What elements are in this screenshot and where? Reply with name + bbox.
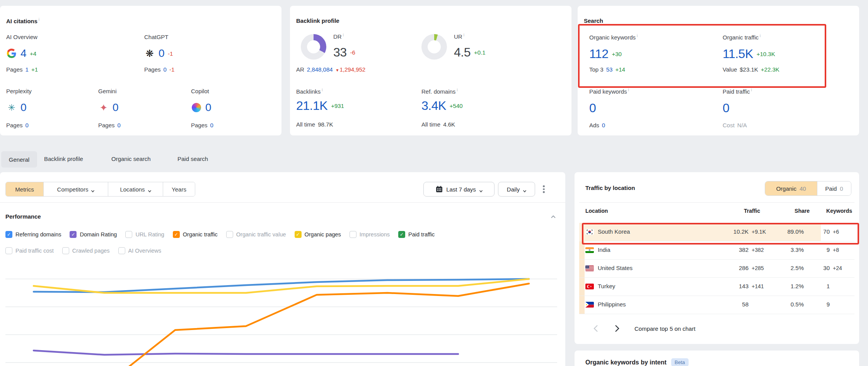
granularity-button[interactable]: Daily: [498, 182, 535, 197]
info-icon[interactable]: i: [760, 34, 761, 38]
ur-delta: +0.1: [474, 49, 486, 56]
chart-controls-group: MetricsCompetitorsLocationsYears: [5, 182, 195, 197]
checkbox-label: Referring domains: [15, 231, 61, 238]
ai-citations-value[interactable]: 0: [113, 101, 118, 114]
location-row-united-states: United States286+2852.5%30+24: [575, 259, 859, 277]
keywords-value[interactable]: 9: [799, 301, 830, 308]
info-icon[interactable]: i: [628, 88, 629, 92]
checkbox-organic-traffic-value[interactable]: Organic traffic value: [226, 231, 286, 238]
checkbox-box: [226, 231, 233, 238]
openai-icon: ❋: [144, 49, 155, 58]
keywords-value[interactable]: 70: [799, 228, 830, 235]
checkbox-url-rating[interactable]: URL Rating: [125, 231, 164, 238]
tab-organic-search[interactable]: Organic search: [111, 156, 151, 162]
pages-value[interactable]: 0: [118, 122, 121, 128]
checkbox-box: ✓: [173, 231, 180, 238]
info-icon[interactable]: i: [637, 34, 638, 38]
checkbox-organic-pages[interactable]: ✓Organic pages: [295, 231, 341, 238]
checkbox-impressions[interactable]: Impressions: [350, 231, 390, 238]
paid-traffic-label: Paid traffici: [723, 88, 752, 95]
paid-traffic-value[interactable]: 0: [723, 101, 729, 115]
pages-value[interactable]: 1: [26, 66, 29, 73]
checkbox-label: Paid traffic: [408, 231, 435, 238]
checkbox-referring-domains[interactable]: ✓Referring domains: [5, 231, 61, 238]
organic-paid-toggle: Organic 40 Paid 0: [765, 181, 851, 196]
ahrefs-rank-value[interactable]: 2,848,084: [307, 66, 333, 73]
next-page-chevron-icon[interactable]: [612, 324, 622, 334]
ai-citations-value[interactable]: 0: [20, 101, 26, 114]
checkbox-organic-traffic[interactable]: ✓Organic traffic: [173, 231, 218, 238]
segment-years[interactable]: Years: [163, 182, 195, 196]
info-icon[interactable]: i: [343, 33, 344, 37]
checkbox-label: Domain Rating: [80, 231, 117, 238]
pages-value[interactable]: 0: [210, 122, 213, 128]
info-icon[interactable]: i: [464, 33, 464, 37]
paid-keywords-value[interactable]: 0: [589, 101, 596, 115]
series-line-domain-rating: [34, 351, 458, 355]
row-separator: [579, 314, 854, 314]
collapse-chevron-up-icon[interactable]: [551, 214, 556, 221]
toggle-organic[interactable]: Organic 40: [765, 181, 817, 195]
organic-keywords-delta: +30: [612, 51, 622, 57]
prev-page-chevron-icon[interactable]: [592, 324, 601, 334]
segment-metrics[interactable]: Metrics: [6, 182, 44, 196]
ur-value: 4.5: [454, 45, 471, 60]
keywords-value[interactable]: 30: [799, 265, 830, 271]
checkbox-domain-rating[interactable]: ✓Domain Rating: [70, 231, 117, 238]
organic-traffic-value[interactable]: 11.5K: [723, 47, 753, 61]
toggle-paid[interactable]: Paid 0: [817, 181, 851, 195]
ai-citations-value[interactable]: 0: [205, 101, 211, 114]
info-icon[interactable]: i: [751, 88, 752, 92]
checkbox-label: Paid traffic cost: [15, 248, 54, 254]
compare-top5-link[interactable]: Compare top 5 on chart: [634, 325, 696, 332]
checkbox-box: [350, 231, 356, 238]
ref-domains-value[interactable]: 3.4K: [421, 99, 446, 113]
tab-paid-search[interactable]: Paid search: [177, 156, 208, 162]
pages-value[interactable]: 0: [26, 122, 29, 128]
ai-citations-card: AI citationsi AI Overview4+4Pages1+1Chat…: [0, 6, 281, 135]
ai-citations-delta: -1: [168, 50, 173, 57]
beta-badge: Beta: [671, 358, 689, 366]
segment-locations[interactable]: Locations: [108, 182, 163, 196]
search-title: Search: [584, 17, 603, 24]
location-row-south-korea: South Korea10.2K+9.1K89.0%70+6: [575, 223, 859, 241]
segment-competitors[interactable]: Competitors: [44, 182, 108, 196]
keywords-value[interactable]: 1: [799, 283, 830, 289]
google-icon: [6, 48, 17, 58]
performance-line-chart: [0, 261, 565, 366]
checkbox-label: Crawled pages: [72, 248, 110, 254]
traffic-by-location-title: Traffic by location: [585, 185, 635, 191]
organic-keywords-value[interactable]: 112: [589, 47, 609, 61]
checkbox-crawled-pages[interactable]: Crawled pages: [62, 247, 110, 254]
ai-source-label: Copilot: [191, 88, 209, 94]
backlinks-label: Backlinksi: [296, 88, 323, 95]
info-icon[interactable]: i: [457, 88, 457, 92]
pages-label: Pages: [144, 66, 161, 73]
info-icon[interactable]: i: [39, 17, 39, 22]
ai-citations-value[interactable]: 0: [159, 47, 164, 60]
segment-label: Locations: [120, 186, 145, 193]
tab-backlink-profile[interactable]: Backlink profile: [44, 156, 83, 162]
top3-value[interactable]: 53: [606, 66, 613, 73]
tab-general[interactable]: General: [1, 151, 37, 168]
checkbox-ai-overviews[interactable]: AI Overviews: [118, 247, 161, 254]
ai-value-row: 4+4: [6, 47, 36, 60]
column-header-location: Location: [585, 208, 608, 214]
info-icon[interactable]: i: [322, 88, 322, 92]
check-icon: ✓: [296, 232, 300, 237]
date-range-button[interactable]: Last 7 days: [423, 182, 495, 197]
location-name: Turkey: [598, 283, 615, 289]
gemini-icon: ✦: [98, 103, 109, 113]
checkbox-paid-traffic-cost[interactable]: Paid traffic cost: [5, 247, 54, 254]
ads-line: Ads 0: [589, 122, 605, 128]
more-options-kebab-icon[interactable]: [541, 184, 546, 195]
ai-value-row: ✳0: [6, 101, 26, 114]
organic-keywords-label: Organic keywordsi: [589, 34, 638, 41]
checkbox-paid-traffic[interactable]: ✓Paid traffic: [398, 231, 435, 238]
ai-citations-value[interactable]: 4: [20, 47, 26, 60]
checkbox-box: [118, 247, 125, 254]
ads-value[interactable]: 0: [602, 122, 605, 128]
backlinks-value[interactable]: 21.1K: [296, 99, 327, 113]
pages-value[interactable]: 0: [164, 66, 167, 73]
keywords-value[interactable]: 9: [799, 246, 830, 253]
